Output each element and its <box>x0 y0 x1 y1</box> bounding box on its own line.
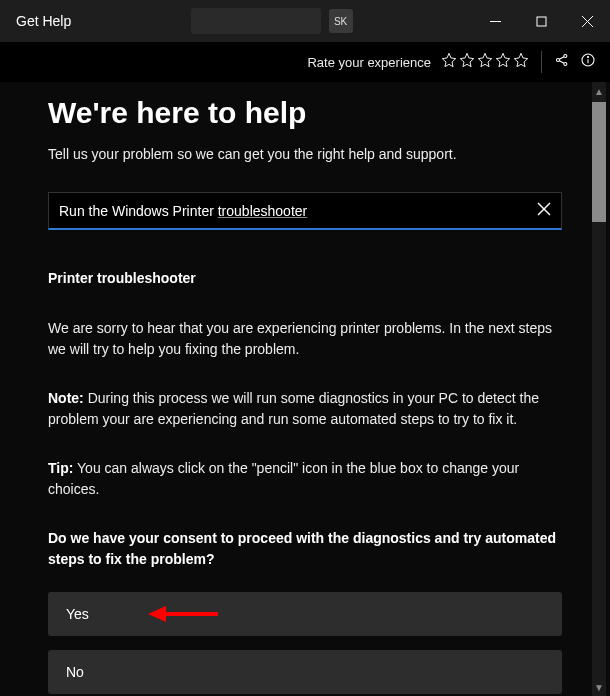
clear-search-button[interactable] <box>537 202 551 220</box>
share-icon[interactable] <box>554 52 570 72</box>
search-text-underlined: troubleshooter <box>218 203 308 219</box>
svg-point-4 <box>556 58 559 61</box>
rating-stars[interactable] <box>441 52 529 72</box>
arrow-annotation <box>148 602 220 626</box>
minimize-button[interactable] <box>472 0 518 42</box>
info-icon[interactable] <box>580 52 596 72</box>
star-icon[interactable] <box>477 52 493 72</box>
scroll-down-arrow-icon[interactable]: ▼ <box>592 680 606 694</box>
note-paragraph: Note: During this process we will run so… <box>48 388 562 430</box>
consent-no-button[interactable]: No <box>48 650 562 694</box>
section-heading: Printer troubleshooter <box>48 270 562 286</box>
scrollbar-thumb[interactable] <box>592 102 606 222</box>
minimize-icon <box>490 16 501 27</box>
close-icon <box>537 202 551 216</box>
rate-label: Rate your experience <box>307 55 431 70</box>
star-icon[interactable] <box>495 52 511 72</box>
app-title: Get Help <box>16 13 71 29</box>
close-button[interactable] <box>564 0 610 42</box>
consent-yes-button[interactable]: Yes <box>48 592 562 636</box>
scroll-area[interactable]: We're here to help Tell us your problem … <box>0 82 610 696</box>
close-icon <box>582 16 593 27</box>
tip-body: You can always click on the "pencil" ico… <box>48 460 519 497</box>
intro-paragraph: We are sorry to hear that you are experi… <box>48 318 562 360</box>
search-text-plain: Run the Windows Printer <box>59 203 218 219</box>
scroll-up-arrow-icon[interactable]: ▲ <box>592 84 606 98</box>
svg-rect-1 <box>537 17 546 26</box>
toolbar: Rate your experience <box>0 42 610 82</box>
note-body: During this process we will run some dia… <box>48 390 539 427</box>
search-text: Run the Windows Printer troubleshooter <box>59 203 537 219</box>
titlebar: Get Help SK <box>0 0 610 42</box>
svg-line-7 <box>559 57 564 60</box>
svg-point-6 <box>564 62 567 65</box>
search-input[interactable]: Run the Windows Printer troubleshooter <box>48 192 562 230</box>
tip-label: Tip: <box>48 460 73 476</box>
svg-point-11 <box>587 56 588 57</box>
window-controls <box>472 0 610 42</box>
note-label: Note: <box>48 390 84 406</box>
page-subtitle: Tell us your problem so we can get you t… <box>48 146 562 162</box>
star-icon[interactable] <box>459 52 475 72</box>
maximize-icon <box>536 16 547 27</box>
divider <box>541 51 542 73</box>
consent-yes-label: Yes <box>66 606 89 622</box>
maximize-button[interactable] <box>518 0 564 42</box>
star-icon[interactable] <box>513 52 529 72</box>
page-title: We're here to help <box>48 96 562 130</box>
svg-line-8 <box>559 61 564 64</box>
star-icon[interactable] <box>441 52 457 72</box>
consent-no-label: No <box>66 664 84 680</box>
titlebar-center-box <box>191 8 321 34</box>
svg-point-5 <box>564 54 567 57</box>
tip-paragraph: Tip: You can always click on the "pencil… <box>48 458 562 500</box>
svg-marker-15 <box>148 606 166 622</box>
content-wrapper: We're here to help Tell us your problem … <box>0 82 610 696</box>
avatar[interactable]: SK <box>329 9 353 33</box>
titlebar-center: SK <box>71 8 472 34</box>
consent-question: Do we have your consent to proceed with … <box>48 528 562 570</box>
